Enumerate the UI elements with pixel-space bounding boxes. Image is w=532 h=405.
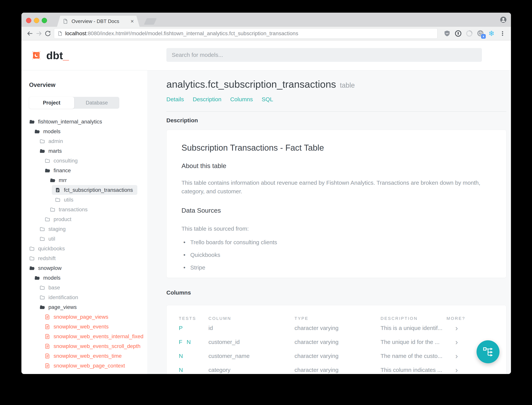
- tree-item-label: product: [53, 216, 71, 223]
- file-icon: [45, 353, 50, 359]
- onepassword-extension-button[interactable]: [454, 29, 462, 38]
- tree-item-snowplow_page_views[interactable]: snowplow_page_views: [45, 312, 137, 322]
- tree-item-finance[interactable]: finance: [45, 166, 137, 175]
- tree-item-snowplow_web_events_scroll_depth[interactable]: snowplow_web_events_scroll_depth: [45, 341, 137, 351]
- tree-item-consulting[interactable]: consulting: [45, 156, 137, 166]
- tree-item-identification[interactable]: identification: [39, 292, 137, 302]
- tree-item-util[interactable]: util: [39, 234, 137, 244]
- data-source-item: Stripe: [190, 264, 491, 271]
- subnav-link-columns[interactable]: Columns: [230, 96, 253, 103]
- browser-profile-avatar[interactable]: [500, 16, 507, 24]
- tree-item-label: finance: [53, 168, 71, 174]
- subnav-link-details[interactable]: Details: [166, 96, 184, 103]
- folder-open-icon: [34, 275, 40, 281]
- tree-item-redshift[interactable]: redshift: [29, 253, 137, 263]
- close-tab-icon[interactable]: ×: [131, 18, 134, 24]
- folder-closed-icon: [29, 246, 35, 251]
- columns-table-body: Pidcharacter varyingThis is a unique ide…: [179, 321, 494, 374]
- tree-item-label: page_views: [48, 304, 77, 310]
- column-type: character varying: [295, 367, 381, 373]
- subnav-link-description[interactable]: Description: [193, 96, 221, 103]
- tree-item-fishtown_internal_analytics[interactable]: fishtown_internal_analytics: [29, 117, 137, 127]
- column-row-customer_id[interactable]: F Ncustomer_idcharacter varyingThe uniqu…: [179, 335, 494, 349]
- tree-item-label: identification: [48, 294, 78, 301]
- expand-chevron-icon[interactable]: ›: [447, 366, 494, 374]
- page-title: analytics.fct_subscription_transactions: [166, 79, 336, 90]
- column-header-type: TYPE: [295, 316, 381, 321]
- tree-item-label: models: [43, 275, 60, 281]
- dbt-logo[interactable]: dbt_: [30, 49, 69, 62]
- tests-badges: N: [179, 353, 208, 359]
- tree-item-quickbooks[interactable]: quickbooks: [29, 244, 137, 253]
- tree-item-staging[interactable]: staging: [39, 224, 137, 234]
- minimize-window-button[interactable]: [34, 18, 39, 23]
- tree-item-utils[interactable]: utils: [55, 195, 137, 205]
- folder-open-icon: [29, 265, 35, 271]
- tree-item-models[interactable]: models: [34, 273, 137, 283]
- tree-item-product[interactable]: product: [45, 214, 137, 224]
- subnav-link-sql[interactable]: SQL: [262, 96, 273, 103]
- tree-item-snowplow[interactable]: snowplow: [29, 263, 137, 273]
- tree-item-label: mrr: [59, 177, 67, 183]
- description-card: Subscription Transactions - Fact Table A…: [166, 130, 506, 278]
- tree-item-admin[interactable]: admin: [39, 136, 137, 146]
- column-description: The name of the custo...: [381, 353, 447, 359]
- data-sources-intro: This table is sourced from:: [182, 224, 491, 233]
- tests-badges: N: [179, 367, 208, 373]
- snowflake-extension-button[interactable]: ❄: [487, 29, 496, 38]
- sidebar-tab-database[interactable]: Database: [74, 97, 119, 109]
- tree-item-transactions[interactable]: transactions: [50, 205, 137, 214]
- lineage-graph-fab[interactable]: [477, 340, 499, 363]
- tree-item-base[interactable]: base: [39, 283, 137, 292]
- tree-item-page_views[interactable]: page_views: [39, 302, 137, 312]
- sidebar: Overview ProjectDatabase fishtown_intern…: [21, 70, 147, 374]
- column-header-more: MORE?: [447, 316, 494, 321]
- url-bar[interactable]: localhost:8080/index.html#!/model/model.…: [54, 28, 438, 39]
- folder-open-icon: [45, 168, 50, 173]
- file-icon: [45, 363, 50, 369]
- tree-item-models[interactable]: models: [34, 127, 137, 136]
- tree-item-marts[interactable]: marts: [39, 146, 137, 156]
- power-x-extension-button[interactable]: x: [476, 29, 485, 38]
- forward-button[interactable]: [34, 29, 43, 38]
- extension-x-badge: x: [481, 34, 486, 39]
- browser-window: Overview - DBT Docs ×: [21, 13, 511, 374]
- search-input[interactable]: [171, 52, 477, 58]
- data-source-item: Quickbooks: [190, 252, 491, 258]
- column-name: customer_name: [208, 353, 295, 359]
- column-name: category: [208, 367, 295, 373]
- column-row-customer_name[interactable]: Ncustomer_namecharacter varyingThe name …: [179, 349, 494, 363]
- back-button[interactable]: [26, 29, 34, 38]
- file-tree: fishtown_internal_analytics models admin…: [27, 117, 137, 371]
- browser-menu-button[interactable]: [498, 29, 507, 38]
- disabled-extension-button[interactable]: [465, 29, 473, 38]
- search-bar[interactable]: [166, 48, 482, 62]
- file-icon: [45, 343, 50, 349]
- tree-item-label: consulting: [53, 158, 78, 164]
- folder-closed-icon: [39, 285, 45, 290]
- ublock-extension-button[interactable]: uo: [443, 29, 451, 38]
- tree-item-snowplow_web_page_context[interactable]: snowplow_web_page_context: [45, 361, 137, 371]
- tree-item-mrr[interactable]: mrr: [50, 175, 137, 185]
- zoom-window-button[interactable]: [42, 18, 47, 23]
- column-header-tests: TESTS: [179, 316, 208, 321]
- tree-item-snowplow_web_events_internal_fixed[interactable]: snowplow_web_events_internal_fixed: [45, 331, 137, 341]
- sidebar-tabs: ProjectDatabase: [29, 97, 119, 109]
- tree-item-label: quickbooks: [38, 246, 65, 252]
- expand-chevron-icon[interactable]: ›: [447, 324, 494, 332]
- sidebar-heading: Overview: [29, 81, 137, 88]
- tab-title: Overview - DBT Docs: [72, 18, 119, 24]
- tree-item-snowplow_web_events_time[interactable]: snowplow_web_events_time: [45, 351, 137, 361]
- new-tab-button[interactable]: [144, 18, 157, 25]
- column-row-category[interactable]: Ncategorycharacter varyingThis column in…: [179, 363, 494, 374]
- tree-item-fct_subscription_transactions[interactable]: fct_subscription_transactions: [52, 185, 137, 195]
- sidebar-tab-project[interactable]: Project: [29, 97, 74, 109]
- reload-button[interactable]: [43, 29, 52, 38]
- tree-item-label: fct_subscription_transactions: [64, 187, 133, 193]
- tree-item-snowplow_web_events[interactable]: snowplow_web_events: [45, 322, 137, 331]
- browser-tab[interactable]: Overview - DBT Docs ×: [57, 16, 140, 27]
- onepassword-icon: [454, 30, 462, 37]
- column-row-id[interactable]: Pidcharacter varyingThis is a unique ide…: [179, 321, 494, 335]
- close-window-button[interactable]: [26, 18, 31, 23]
- folder-open-icon: [39, 148, 45, 154]
